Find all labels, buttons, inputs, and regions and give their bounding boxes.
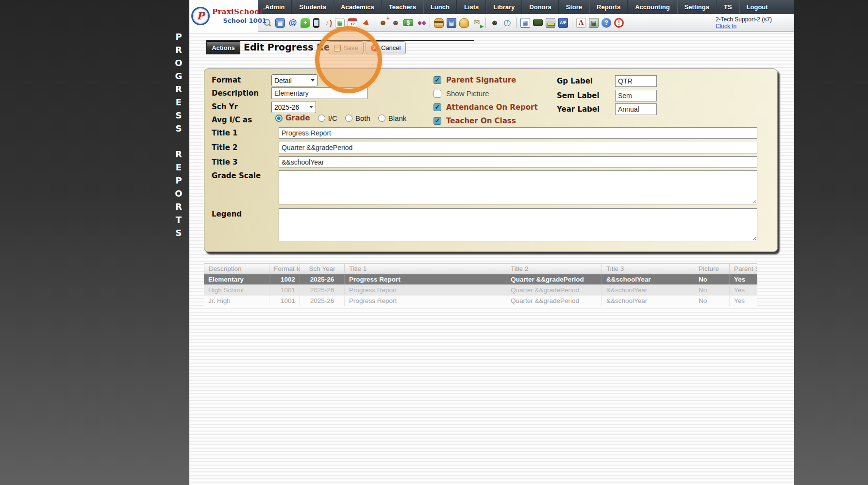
table-cell[interactable]: Quarter &&gradePeriod [506, 285, 602, 295]
table-cell[interactable]: &&schoolYear [602, 296, 694, 306]
help-icon[interactable]: ? [601, 18, 611, 28]
checked-checkbox-icon[interactable]: ✓ [434, 103, 441, 111]
register-icon[interactable]: ▤ [589, 18, 599, 28]
table-cell[interactable]: 2025-26 [300, 274, 345, 284]
send-mail-icon[interactable]: ✉▶ [472, 18, 482, 28]
checkbox-attendance-on-report[interactable]: ✓Attendance On Report [434, 103, 538, 111]
nav-item-donors[interactable]: Donors [522, 0, 559, 14]
pdf-icon[interactable]: A [576, 18, 586, 28]
table-cell[interactable]: 1001 [269, 285, 300, 295]
column-header-sch-year[interactable]: Sch Year [300, 263, 345, 274]
table-cell[interactable]: &&schoolYear [602, 285, 694, 295]
alert-icon[interactable]: ! [614, 18, 624, 28]
column-header-description[interactable]: Description [204, 263, 269, 274]
table-cell[interactable]: 1002 [269, 274, 300, 284]
avg-ic-radio-label[interactable]: Grade [285, 114, 310, 122]
column-header-title-3[interactable]: Title 3 [602, 263, 694, 274]
nav-item-library[interactable]: Library [486, 0, 522, 14]
table-cell[interactable]: Yes [730, 296, 757, 306]
cancel-button[interactable]: ✗ Cancel [366, 41, 406, 54]
date-icon[interactable]: 12 [348, 18, 357, 28]
checkbox-teacher-on-class[interactable]: ✓Teacher On Class [434, 117, 538, 125]
avg-ic-radio-grade[interactable] [275, 115, 283, 122]
avg-ic-radio-label[interactable]: I/C [328, 114, 337, 122]
money-icon[interactable]: $ [403, 19, 413, 26]
table-cell[interactable]: Progress Report [345, 285, 506, 295]
description-input[interactable] [271, 87, 367, 99]
table-icon[interactable]: ▦ [520, 18, 530, 28]
table-cell[interactable]: No [694, 296, 730, 306]
avg-ic-radio-blank[interactable] [378, 115, 385, 122]
gp-label-input[interactable] [615, 75, 657, 87]
calendar-icon[interactable]: ▦ [275, 18, 285, 28]
megaphone-icon[interactable]: ◀ [360, 18, 370, 28]
clock-in-link[interactable]: Clock In [716, 23, 736, 30]
table-row-jr-high[interactable]: Jr. High10012025-26Progress ReportQuarte… [204, 296, 757, 306]
format-select[interactable]: Detail [271, 74, 317, 86]
nav-item-lists[interactable]: Lists [457, 0, 486, 14]
table-cell[interactable]: High School [204, 285, 269, 295]
table-cell[interactable]: 1001 [269, 296, 300, 306]
binder-icon[interactable]: ▤ [447, 18, 456, 28]
checkbox-parent-signature[interactable]: ✓Parent Signature [434, 76, 538, 84]
checked-checkbox-icon[interactable]: ✓ [434, 117, 441, 125]
table-cell[interactable]: 2025-26 [300, 296, 345, 306]
table-cell[interactable]: Progress Report [345, 274, 506, 284]
title3-input[interactable] [279, 156, 757, 168]
column-header-title-1[interactable]: Title 1 [345, 263, 506, 274]
mobile-icon[interactable] [313, 18, 319, 28]
sem-label-input[interactable] [615, 90, 657, 101]
nav-item-reports[interactable]: Reports [589, 0, 628, 14]
table-cell[interactable]: No [694, 285, 730, 295]
avg-ic-radio-label[interactable]: Blank [388, 114, 407, 122]
nav-item-teachers[interactable]: Teachers [382, 0, 423, 14]
table-cell[interactable]: 2025-26 [300, 285, 345, 295]
audio-icon[interactable]: ♪ [322, 18, 332, 28]
column-header-title-2[interactable]: Title 2 [506, 263, 602, 274]
staff-icon[interactable]: ☻ [490, 18, 500, 28]
schedule-icon[interactable]: ▦ [335, 18, 345, 28]
table-cell[interactable]: Jr. High [204, 296, 269, 306]
avg-ic-radio-ic[interactable] [318, 115, 325, 122]
sms-icon[interactable]: + [300, 18, 310, 28]
title1-input[interactable] [279, 127, 757, 139]
nav-item-store[interactable]: Store [559, 0, 589, 14]
column-header-parent-sig[interactable]: Parent Sig [730, 263, 757, 274]
checkbox-show-picture[interactable]: Show Picture [434, 89, 538, 98]
clock-icon[interactable]: ◷ [502, 18, 512, 28]
email-icon[interactable]: @ [288, 18, 298, 28]
save-button[interactable]: Save [329, 41, 364, 54]
nav-item-logout[interactable]: Logout [739, 0, 775, 14]
sch-yr-select[interactable]: 2025-26 [271, 101, 316, 113]
ap-icon[interactable]: A/P [558, 18, 568, 28]
checked-checkbox-icon[interactable]: ✓ [434, 76, 441, 84]
legend-textarea[interactable] [279, 208, 757, 241]
nav-item-lunch[interactable]: Lunch [423, 0, 457, 14]
table-cell[interactable]: Yes [730, 285, 757, 295]
add-person-icon[interactable]: ☻+ [378, 18, 388, 28]
table-cell[interactable]: Quarter &&gradePeriod [506, 274, 602, 284]
nav-item-accounting[interactable]: Accounting [628, 0, 677, 14]
title2-input[interactable] [279, 142, 757, 153]
print-check-icon[interactable] [546, 18, 555, 28]
cash-icon[interactable]: ═ [533, 19, 543, 26]
nav-item-settings[interactable]: Settings [677, 0, 717, 14]
table-cell[interactable]: Elementary [204, 274, 269, 284]
column-header-picture[interactable]: Picture [694, 263, 730, 274]
nav-item-ts[interactable]: TS [717, 0, 739, 14]
nav-item-students[interactable]: Students [292, 0, 334, 14]
bell-icon[interactable] [459, 18, 469, 28]
unchecked-checkbox-icon[interactable] [434, 90, 441, 98]
avg-ic-radio-label[interactable]: Both [355, 114, 370, 122]
lunch-icon[interactable] [434, 18, 444, 28]
table-row-elementary[interactable]: Elementary10022025-26Progress ReportQuar… [204, 274, 757, 284]
year-label-input[interactable] [615, 103, 657, 115]
table-cell[interactable]: &&schoolYear [602, 274, 694, 284]
actions-tab[interactable]: Actions [206, 41, 240, 54]
family-icon[interactable]: ☻☻ [416, 18, 426, 28]
person-icon[interactable]: ☻ [391, 18, 401, 28]
table-cell[interactable]: Quarter &&gradePeriod [506, 296, 602, 306]
table-row-high-school[interactable]: High School10012025-26Progress ReportQua… [204, 285, 757, 295]
avg-ic-radio-both[interactable] [345, 115, 352, 122]
table-cell[interactable]: Yes [730, 274, 757, 284]
